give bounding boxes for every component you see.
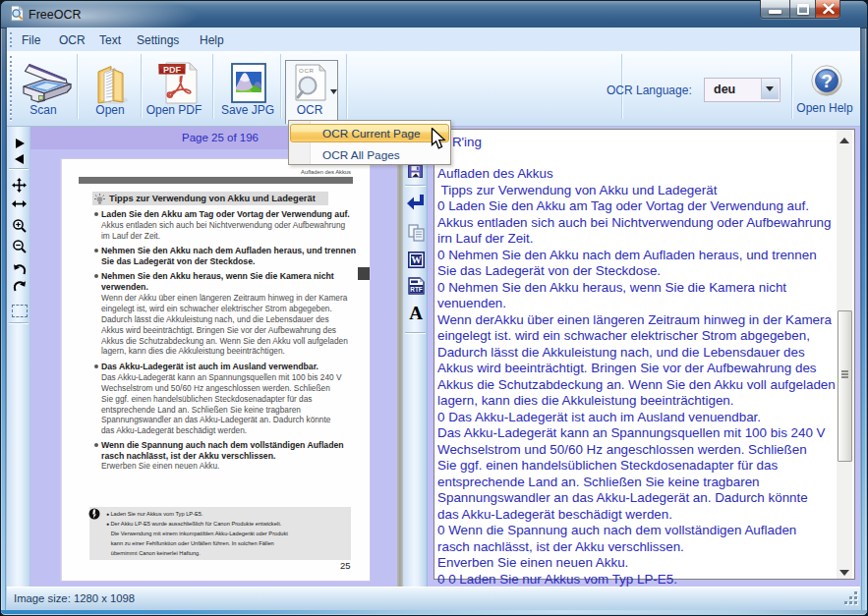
svg-text:PDF: PDF <box>163 65 182 75</box>
svg-text:?: ? <box>821 71 833 91</box>
svg-text:OCR: OCR <box>299 67 315 74</box>
svg-text:RTF: RTF <box>410 286 423 293</box>
svg-text:W: W <box>411 254 422 265</box>
